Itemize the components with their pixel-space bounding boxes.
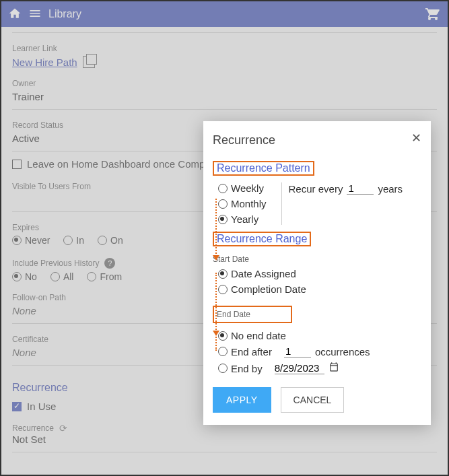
include-no-radio[interactable]: No bbox=[12, 271, 37, 282]
start-date-assigned-radio[interactable]: Date Assigned bbox=[218, 268, 296, 279]
cart-icon[interactable] bbox=[425, 5, 441, 24]
calendar-icon[interactable] bbox=[329, 362, 339, 375]
end-by-radio[interactable]: End by bbox=[218, 363, 263, 374]
recur-every-prefix: Recur every bbox=[289, 183, 343, 195]
include-all-radio[interactable]: All bbox=[50, 271, 74, 282]
include-from-radio[interactable]: From bbox=[87, 271, 122, 282]
expires-in-radio[interactable]: In bbox=[63, 235, 84, 246]
start-date-label: Start Date bbox=[213, 254, 421, 264]
recur-every-input[interactable] bbox=[347, 182, 374, 195]
help-icon[interactable]: ? bbox=[104, 258, 115, 269]
recurrence-field-label: Recurrence bbox=[12, 423, 54, 433]
annotation-arrowhead bbox=[213, 255, 219, 261]
cancel-button[interactable]: CANCEL bbox=[281, 387, 345, 413]
apply-button[interactable]: APPLY bbox=[213, 387, 271, 413]
end-by-date-input[interactable] bbox=[275, 362, 324, 374]
pattern-heading: Recurrence Pattern bbox=[213, 161, 314, 176]
in-use-label: In Use bbox=[27, 401, 56, 412]
home-icon[interactable] bbox=[8, 7, 22, 22]
leave-dashboard-checkbox[interactable] bbox=[12, 160, 22, 169]
close-icon[interactable]: ✕ bbox=[411, 131, 421, 145]
recurrence-modal: ✕ Recurrence Recurrence Pattern Weekly M… bbox=[203, 121, 431, 425]
learner-link-label: Learner Link bbox=[12, 44, 437, 53]
copy-icon[interactable] bbox=[83, 56, 95, 68]
menu-icon[interactable] bbox=[28, 7, 42, 22]
recurrence-value: Not Set bbox=[12, 434, 437, 445]
annotation-arrow bbox=[215, 199, 217, 257]
in-use-checkbox[interactable] bbox=[12, 402, 22, 411]
leave-dashboard-label: Leave on Home Dashboard once Comp bbox=[27, 158, 205, 170]
pattern-yearly-radio[interactable]: Yearly bbox=[218, 213, 267, 225]
annotation-arrow-2 bbox=[215, 273, 217, 351]
learner-link[interactable]: New Hire Path bbox=[12, 57, 77, 68]
start-completion-radio[interactable]: Completion Date bbox=[218, 283, 306, 295]
pattern-monthly-radio[interactable]: Monthly bbox=[218, 198, 267, 209]
end-after-input[interactable] bbox=[284, 345, 311, 358]
page-title: Library bbox=[48, 8, 425, 20]
end-after-radio[interactable]: End after bbox=[218, 346, 272, 358]
end-no-end-radio[interactable]: No end date bbox=[218, 330, 286, 341]
pattern-weekly-radio[interactable]: Weekly bbox=[218, 182, 267, 194]
owner-label: Owner bbox=[12, 79, 437, 88]
expires-on-radio[interactable]: On bbox=[98, 235, 123, 246]
app-header: Library bbox=[1, 1, 448, 27]
end-date-label: End Date bbox=[213, 306, 292, 323]
expires-never-radio[interactable]: Never bbox=[12, 235, 50, 246]
end-after-suffix: occurrences bbox=[315, 346, 370, 358]
owner-value: Trainer bbox=[12, 91, 437, 102]
include-prev-label: Include Previous History bbox=[12, 259, 99, 268]
range-heading: Recurrence Range bbox=[213, 232, 311, 246]
refresh-icon[interactable]: ⟳ bbox=[59, 423, 67, 434]
recur-every-unit: years bbox=[378, 183, 403, 195]
modal-title: Recurrence bbox=[213, 133, 421, 147]
